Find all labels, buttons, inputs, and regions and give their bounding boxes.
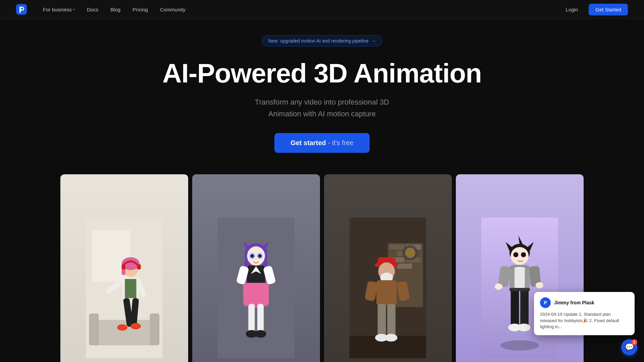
hero-title: AI-Powered 3D Animation <box>162 59 482 88</box>
nav-links: For business ▾ Docs Blog Pricing Communi… <box>38 4 191 15</box>
svg-point-39 <box>255 330 266 338</box>
svg-point-28 <box>259 255 261 257</box>
navbar: For business ▾ Docs Blog Pricing Communi… <box>0 0 644 19</box>
figure-svg-4 <box>481 197 558 362</box>
svg-rect-5 <box>89 313 99 345</box>
svg-rect-82 <box>509 288 530 291</box>
announcement-text: New: upgraded motion AI and rendering pi… <box>268 38 369 44</box>
cta-secondary-text: - it's free <box>328 139 354 147</box>
figure-container-3 <box>324 174 452 362</box>
chat-notification[interactable]: P Jimmy from Plask 2024-04-19 Update 1. … <box>534 292 635 335</box>
arrow-icon: → <box>371 38 376 44</box>
figure-svg-2 <box>218 197 294 362</box>
svg-rect-33 <box>243 283 269 305</box>
svg-rect-55 <box>376 280 397 306</box>
logo-icon <box>16 4 27 15</box>
chat-message: 2024-04-19 Update 1. Standard plan relea… <box>540 311 629 330</box>
announcement-badge[interactable]: New: upgraded motion AI and rendering pi… <box>262 35 382 47</box>
svg-rect-19 <box>137 264 141 269</box>
cta-primary-text: Get started <box>290 139 326 147</box>
svg-rect-59 <box>387 304 396 337</box>
svg-rect-11 <box>125 279 136 298</box>
chat-notification-header: P Jimmy from Plask <box>540 297 629 308</box>
svg-rect-6 <box>150 313 160 345</box>
svg-rect-75 <box>515 266 525 288</box>
nav-item-blog[interactable]: Blog <box>105 4 126 15</box>
figure-svg-1 <box>86 197 163 362</box>
video-card-2[interactable] <box>192 174 320 362</box>
svg-rect-80 <box>511 288 519 326</box>
figure-container-2 <box>192 174 320 362</box>
nav-item-for-business[interactable]: For business ▾ <box>38 4 80 15</box>
svg-rect-36 <box>249 304 255 333</box>
svg-point-1 <box>21 8 23 10</box>
video-card-3[interactable] <box>324 174 452 362</box>
video-card-1[interactable] <box>60 174 188 362</box>
svg-rect-58 <box>378 304 386 337</box>
svg-point-49 <box>405 248 415 258</box>
svg-point-16 <box>117 324 127 331</box>
svg-point-69 <box>511 247 529 265</box>
svg-point-61 <box>385 334 397 342</box>
nav-item-docs[interactable]: Docs <box>82 4 104 15</box>
hero-subtitle: Transform any video into professional 3D… <box>255 96 389 120</box>
chat-bubble[interactable]: 💬 2 <box>621 339 637 355</box>
svg-point-78 <box>495 284 502 290</box>
chevron-down-icon: ▾ <box>73 8 75 11</box>
svg-rect-4 <box>89 320 160 345</box>
nav-item-pricing[interactable]: Pricing <box>127 4 153 15</box>
svg-rect-37 <box>257 304 264 333</box>
svg-point-27 <box>251 255 254 257</box>
navbar-right: Login Get Started <box>559 4 628 15</box>
svg-point-72 <box>515 253 517 256</box>
svg-rect-47 <box>397 264 412 269</box>
svg-point-17 <box>131 323 141 329</box>
navbar-left: For business ▾ Docs Blog Pricing Communi… <box>16 4 191 15</box>
svg-point-84 <box>518 324 531 331</box>
figure-container-1 <box>60 174 188 362</box>
svg-point-73 <box>522 253 525 256</box>
svg-point-79 <box>536 282 543 289</box>
logo[interactable] <box>16 4 27 15</box>
cta-button[interactable]: Get started - it's free <box>274 133 370 153</box>
get-started-nav-button[interactable]: Get Started <box>589 4 628 15</box>
svg-rect-18 <box>122 264 125 269</box>
nav-item-community[interactable]: Community <box>155 4 191 15</box>
svg-point-64 <box>500 340 539 350</box>
svg-rect-81 <box>520 288 529 326</box>
svg-rect-42 <box>389 245 405 250</box>
chat-sender: Jimmy from Plask <box>554 300 594 305</box>
chat-avatar: P <box>540 297 551 308</box>
figure-svg-3 <box>350 197 426 362</box>
login-button[interactable]: Login <box>559 4 585 15</box>
chat-badge: 2 <box>631 339 637 345</box>
